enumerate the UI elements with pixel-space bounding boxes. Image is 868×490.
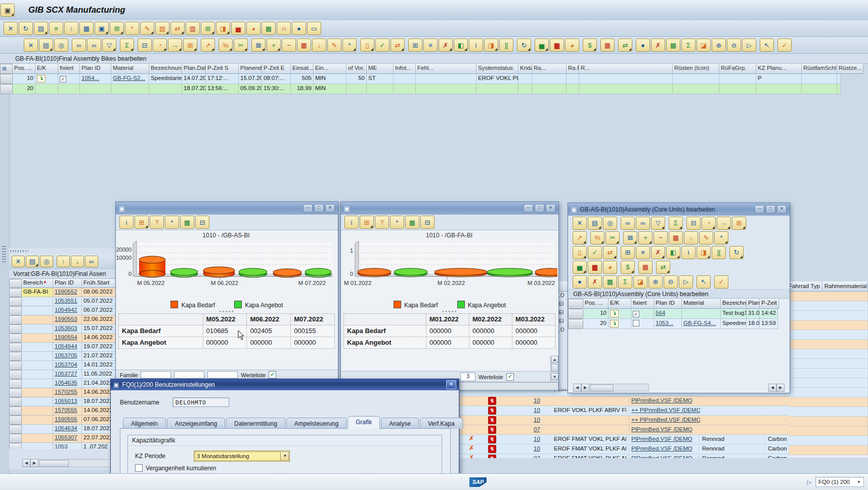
scroll-down-icon[interactable]: ▼ xyxy=(551,373,558,380)
plprimbed-link[interactable]: PlPrimBed.VSF /DEMO xyxy=(629,454,700,458)
window-titlebar[interactable]: ▣ GB-AS-BI(1010)Assembly (Core Units) be… xyxy=(568,203,790,216)
kz-periode-dropdown[interactable]: 3 Monatsdarstellung ▼ xyxy=(194,451,290,462)
excel-icon[interactable]: ▩ xyxy=(603,275,617,289)
panel-splitter[interactable] xyxy=(9,248,117,254)
close-icon[interactable]: ✕ xyxy=(546,204,555,213)
column-header[interactable]: Bezeichnung xyxy=(721,299,747,309)
pencil-icon[interactable]: ✎ xyxy=(699,231,713,244)
minimize-icon[interactable]: — xyxy=(524,204,533,213)
column-header[interactable]: P-Zeit E xyxy=(262,64,291,74)
row-selector[interactable] xyxy=(9,315,22,324)
row-selector[interactable] xyxy=(9,297,22,306)
list-item[interactable]: 1590555 07.06.2022 xyxy=(9,416,117,425)
plan-id-link[interactable]: 1054944 xyxy=(55,343,77,349)
export-icon[interactable]: → xyxy=(717,217,731,230)
calendar-week-icon[interactable]: ▦ xyxy=(600,38,615,52)
list-icon[interactable]: ▩ xyxy=(262,22,276,35)
calendar-icon[interactable]: ▦ xyxy=(669,231,683,244)
calendar-week-icon[interactable]: ▦ xyxy=(638,261,653,274)
plprimbed-link[interactable]: ++ PlPrimBed.VSF /DEMO xyxy=(629,406,700,413)
overview-icon[interactable]: ▤ xyxy=(34,22,48,35)
check-icon[interactable]: ✓ xyxy=(375,38,389,52)
table-row[interactable]: 101054...GB-FG-S2...Speedstarle...14.07.… xyxy=(0,74,868,84)
refresh-table-icon[interactable]: ↻ xyxy=(729,246,744,259)
column-header[interactable]: Bezeichnung xyxy=(149,64,182,74)
list-item[interactable]: 1053705 21.07.2022 xyxy=(9,352,117,361)
priority-link[interactable]: 07 xyxy=(534,426,549,432)
priority-link[interactable]: 10 xyxy=(534,407,549,413)
hat-icon[interactable]: ∩ xyxy=(277,22,291,35)
user-screen-icon[interactable]: ● xyxy=(573,275,587,289)
plan-id-link[interactable]: 1053705 xyxy=(55,352,77,358)
table-row[interactable]: 10564Test bug12...31.05.20...14:42 xyxy=(568,309,790,319)
row-selector[interactable] xyxy=(9,416,22,425)
magnify-icon[interactable]: ◎ xyxy=(40,256,53,267)
org-chart-icon[interactable]: ◧ xyxy=(454,38,468,52)
footer-input[interactable] xyxy=(141,371,171,379)
filter-icon[interactable]: ▽ xyxy=(102,38,116,52)
resize-icon[interactable]: ↗ xyxy=(573,231,587,244)
tab[interactable]: Datenermittlung xyxy=(226,418,285,429)
vorrat-hscrollbar[interactable]: ◀ ▶ xyxy=(22,459,114,467)
table-row[interactable]: ↯ 10 ++ PlPrimBed.VSF /DEMO xyxy=(458,416,789,425)
row-selector[interactable] xyxy=(568,319,583,329)
settings-wrench-icon[interactable]: * xyxy=(390,216,404,229)
find-next-icon[interactable]: ∞ xyxy=(87,38,101,52)
column-header[interactable]: Rüstze... xyxy=(837,64,863,74)
display-list-icon[interactable]: ▤ xyxy=(39,38,53,52)
find-icon[interactable]: ∞ xyxy=(72,38,86,52)
settings-wrench-icon[interactable]: * xyxy=(165,216,179,229)
list-item[interactable]: 1054944 19.07.2022 xyxy=(9,343,117,352)
sum-icon[interactable]: Σ xyxy=(669,217,683,230)
row-selector[interactable] xyxy=(9,306,22,315)
column-header[interactable]: Pos. ... xyxy=(583,299,609,309)
plan-id-link[interactable]: 1053727 xyxy=(55,371,77,377)
magnify-icon[interactable]: ◎ xyxy=(54,38,68,52)
find-icon[interactable]: ∞ xyxy=(85,256,98,267)
plan-id-link[interactable]: 1054634 xyxy=(55,425,77,431)
refresh-icon[interactable]: ↻ xyxy=(19,22,33,35)
info-icon[interactable]: i xyxy=(119,216,134,229)
brackets-icon[interactable]: ][ xyxy=(712,246,726,259)
cursor-select-icon[interactable]: ↖ xyxy=(697,275,711,289)
select-all-icon[interactable] xyxy=(0,64,13,74)
list-item[interactable]: 1570255 14.06.2022 xyxy=(9,388,117,397)
hierarchy-icon[interactable]: ≡ xyxy=(636,246,650,259)
ok-cut-icon[interactable]: ✓ xyxy=(714,275,728,289)
refresh-table-icon[interactable]: ↻ xyxy=(517,38,531,52)
help-icon[interactable]: ? xyxy=(375,216,389,229)
tab[interactable]: Ampelsteuerung xyxy=(286,418,346,429)
print-icon[interactable]: ⊟ xyxy=(138,38,152,52)
window-titlebar[interactable]: ▣ — □ ✕ xyxy=(341,202,558,215)
scroll-left-icon[interactable]: ◀ xyxy=(22,459,30,467)
list-item[interactable]: 1055307 22.07.2022 xyxy=(9,434,117,443)
calendar-icon[interactable]: ▦ xyxy=(297,38,311,52)
splitter-handle-icon[interactable] xyxy=(2,246,6,263)
copy-layout-icon[interactable]: ▧ xyxy=(155,22,169,35)
plan-id-link[interactable]: 1055013 xyxy=(55,398,77,404)
row-selector[interactable] xyxy=(9,361,22,370)
vergangenheit-checkbox[interactable] xyxy=(135,464,143,472)
exit-icon[interactable]: ✕ xyxy=(573,217,587,230)
find-next-icon[interactable]: ∞ xyxy=(636,217,650,230)
list-item[interactable]: 1053603 15.07.2022 xyxy=(9,324,117,334)
plan-id-link[interactable]: 1590552 xyxy=(55,289,77,295)
row-selector[interactable] xyxy=(9,397,22,406)
close-icon[interactable]: ✕ xyxy=(325,204,335,213)
structure-icon[interactable]: ⊞ xyxy=(201,22,215,35)
delete-icon[interactable]: ✗ xyxy=(439,38,453,52)
row-selector[interactable] xyxy=(9,370,22,379)
plprimbed-link[interactable]: ++ PlPrimBed.VSF /DEMO xyxy=(629,416,700,423)
download-icon[interactable]: ↓ xyxy=(684,231,698,244)
chevron-down-icon[interactable]: ▼ xyxy=(280,452,289,461)
doc-icon[interactable]: ▭ xyxy=(307,22,321,35)
table-row[interactable]: ↯ 07 PlPrimBed.VSF /DEMO xyxy=(458,425,789,435)
minimize-icon[interactable]: — xyxy=(755,205,764,214)
download-icon[interactable]: ↓ xyxy=(312,38,326,52)
select-all-icon[interactable] xyxy=(9,279,22,288)
column-header[interactable]: Plan.Dat S xyxy=(747,299,760,309)
table-row[interactable]: 2018.07.20...13:56:...05.09.20...15:30:.… xyxy=(0,84,868,94)
row-selector[interactable] xyxy=(9,352,22,361)
table-row[interactable]: ✗ ↯ 07 EROF FMAT VOKL PLKF ABRV FRAB PlP… xyxy=(458,454,789,458)
add-row-icon[interactable]: + xyxy=(267,38,281,52)
